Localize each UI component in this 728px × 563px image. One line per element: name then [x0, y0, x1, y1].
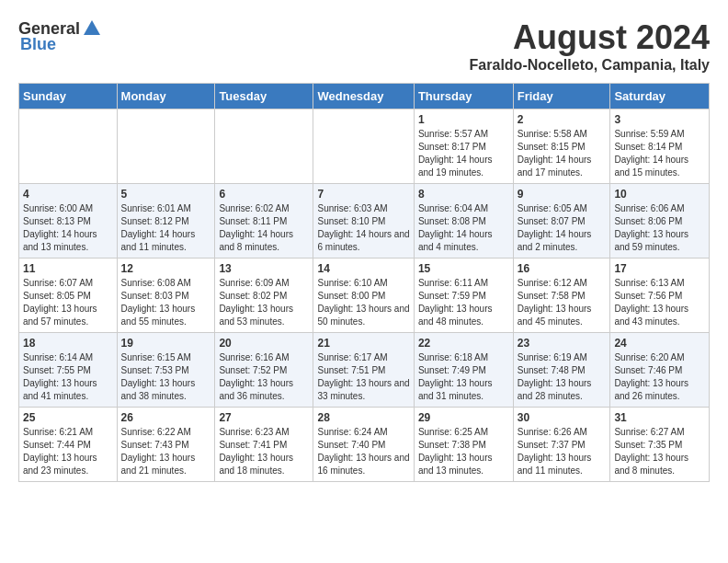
calendar-cell — [19, 109, 118, 184]
calendar-header: SundayMondayTuesdayWednesdayThursdayFrid… — [19, 84, 710, 109]
calendar-table: SundayMondayTuesdayWednesdayThursdayFrid… — [18, 83, 710, 482]
day-number: 15 — [418, 262, 509, 275]
day-info: Sunrise: 5:57 AM Sunset: 8:17 PM Dayligh… — [418, 128, 509, 179]
day-info: Sunrise: 6:22 AM Sunset: 7:43 PM Dayligh… — [121, 426, 211, 477]
day-info: Sunrise: 6:21 AM Sunset: 7:44 PM Dayligh… — [23, 426, 113, 477]
calendar-cell: 8Sunrise: 6:04 AM Sunset: 8:08 PM Daylig… — [414, 184, 513, 259]
day-number: 12 — [121, 262, 211, 275]
calendar-week-3: 11Sunrise: 6:07 AM Sunset: 8:05 PM Dayli… — [19, 259, 710, 333]
calendar-cell: 15Sunrise: 6:11 AM Sunset: 7:59 PM Dayli… — [414, 259, 513, 333]
logo-blue: Blue — [20, 35, 56, 54]
day-info: Sunrise: 6:07 AM Sunset: 8:05 PM Dayligh… — [23, 277, 113, 328]
day-header-wednesday: Wednesday — [313, 84, 414, 109]
day-info: Sunrise: 6:19 AM Sunset: 7:48 PM Dayligh… — [518, 351, 607, 403]
calendar-cell: 7Sunrise: 6:03 AM Sunset: 8:10 PM Daylig… — [313, 184, 414, 259]
svg-marker-0 — [84, 20, 100, 35]
day-header-tuesday: Tuesday — [215, 84, 313, 109]
day-info: Sunrise: 6:27 AM Sunset: 7:35 PM Dayligh… — [614, 426, 705, 477]
day-number: 11 — [23, 262, 113, 275]
calendar-cell: 19Sunrise: 6:15 AM Sunset: 7:53 PM Dayli… — [117, 333, 215, 408]
day-number: 27 — [219, 411, 309, 424]
day-info: Sunrise: 6:12 AM Sunset: 7:58 PM Dayligh… — [518, 277, 607, 328]
day-info: Sunrise: 6:00 AM Sunset: 8:13 PM Dayligh… — [23, 202, 113, 254]
calendar-cell: 17Sunrise: 6:13 AM Sunset: 7:56 PM Dayli… — [610, 259, 710, 333]
calendar-cell: 10Sunrise: 6:06 AM Sunset: 8:06 PM Dayli… — [610, 184, 710, 259]
day-header-sunday: Sunday — [19, 84, 118, 109]
day-number: 31 — [614, 411, 705, 424]
day-info: Sunrise: 6:23 AM Sunset: 7:41 PM Dayligh… — [219, 426, 309, 477]
day-info: Sunrise: 6:17 AM Sunset: 7:51 PM Dayligh… — [317, 351, 409, 403]
logo-icon — [82, 18, 102, 39]
day-info: Sunrise: 6:02 AM Sunset: 8:11 PM Dayligh… — [219, 202, 309, 254]
calendar-cell: 30Sunrise: 6:26 AM Sunset: 7:37 PM Dayli… — [513, 408, 610, 482]
day-info: Sunrise: 5:59 AM Sunset: 8:14 PM Dayligh… — [614, 128, 705, 179]
calendar-cell: 2Sunrise: 5:58 AM Sunset: 8:15 PM Daylig… — [513, 109, 610, 184]
day-info: Sunrise: 6:04 AM Sunset: 8:08 PM Dayligh… — [418, 202, 509, 254]
calendar-week-4: 18Sunrise: 6:14 AM Sunset: 7:55 PM Dayli… — [19, 333, 710, 408]
day-info: Sunrise: 6:10 AM Sunset: 8:00 PM Dayligh… — [317, 277, 409, 328]
day-info: Sunrise: 6:15 AM Sunset: 7:53 PM Dayligh… — [121, 351, 211, 403]
day-info: Sunrise: 6:20 AM Sunset: 7:46 PM Dayligh… — [614, 351, 705, 403]
days-header-row: SundayMondayTuesdayWednesdayThursdayFrid… — [19, 84, 710, 109]
location: Faraldo-Nocelleto, Campania, Italy — [470, 57, 710, 74]
day-info: Sunrise: 6:09 AM Sunset: 8:02 PM Dayligh… — [219, 277, 309, 328]
calendar-cell: 29Sunrise: 6:25 AM Sunset: 7:38 PM Dayli… — [414, 408, 513, 482]
day-number: 10 — [614, 188, 705, 201]
day-number: 28 — [317, 411, 409, 424]
day-number: 24 — [614, 337, 705, 350]
calendar-cell: 31Sunrise: 6:27 AM Sunset: 7:35 PM Dayli… — [610, 408, 710, 482]
day-header-monday: Monday — [117, 84, 215, 109]
calendar-cell: 14Sunrise: 6:10 AM Sunset: 8:00 PM Dayli… — [313, 259, 414, 333]
day-number: 5 — [121, 188, 211, 201]
calendar-cell: 13Sunrise: 6:09 AM Sunset: 8:02 PM Dayli… — [215, 259, 313, 333]
calendar-body: 1Sunrise: 5:57 AM Sunset: 8:17 PM Daylig… — [19, 109, 710, 482]
calendar-cell: 20Sunrise: 6:16 AM Sunset: 7:52 PM Dayli… — [215, 333, 313, 408]
day-number: 3 — [614, 113, 705, 126]
calendar-cell: 9Sunrise: 6:05 AM Sunset: 8:07 PM Daylig… — [513, 184, 610, 259]
day-header-friday: Friday — [513, 84, 610, 109]
day-info: Sunrise: 6:03 AM Sunset: 8:10 PM Dayligh… — [317, 202, 409, 254]
day-number: 2 — [518, 113, 607, 126]
calendar-cell: 4Sunrise: 6:00 AM Sunset: 8:13 PM Daylig… — [19, 184, 118, 259]
calendar-cell — [215, 109, 313, 184]
day-number: 22 — [418, 337, 509, 350]
calendar-cell: 25Sunrise: 6:21 AM Sunset: 7:44 PM Dayli… — [19, 408, 118, 482]
day-info: Sunrise: 5:58 AM Sunset: 8:15 PM Dayligh… — [518, 128, 607, 179]
calendar-week-2: 4Sunrise: 6:00 AM Sunset: 8:13 PM Daylig… — [19, 184, 710, 259]
calendar-cell: 18Sunrise: 6:14 AM Sunset: 7:55 PM Dayli… — [19, 333, 118, 408]
day-number: 6 — [219, 188, 309, 201]
calendar-cell: 11Sunrise: 6:07 AM Sunset: 8:05 PM Dayli… — [19, 259, 118, 333]
calendar-cell: 21Sunrise: 6:17 AM Sunset: 7:51 PM Dayli… — [313, 333, 414, 408]
day-info: Sunrise: 6:05 AM Sunset: 8:07 PM Dayligh… — [518, 202, 607, 254]
calendar-cell — [117, 109, 215, 184]
logo: General Blue — [18, 18, 102, 54]
day-number: 13 — [219, 262, 309, 275]
calendar-cell: 16Sunrise: 6:12 AM Sunset: 7:58 PM Dayli… — [513, 259, 610, 333]
day-info: Sunrise: 6:16 AM Sunset: 7:52 PM Dayligh… — [219, 351, 309, 403]
day-info: Sunrise: 6:14 AM Sunset: 7:55 PM Dayligh… — [23, 351, 113, 403]
day-number: 26 — [121, 411, 211, 424]
day-number: 9 — [518, 188, 607, 201]
day-number: 4 — [23, 188, 113, 201]
calendar-week-5: 25Sunrise: 6:21 AM Sunset: 7:44 PM Dayli… — [19, 408, 710, 482]
calendar-cell: 1Sunrise: 5:57 AM Sunset: 8:17 PM Daylig… — [414, 109, 513, 184]
day-info: Sunrise: 6:25 AM Sunset: 7:38 PM Dayligh… — [418, 426, 509, 477]
day-number: 8 — [418, 188, 509, 201]
calendar-week-1: 1Sunrise: 5:57 AM Sunset: 8:17 PM Daylig… — [19, 109, 710, 184]
day-number: 21 — [317, 337, 409, 350]
calendar-cell: 22Sunrise: 6:18 AM Sunset: 7:49 PM Dayli… — [414, 333, 513, 408]
calendar-cell: 26Sunrise: 6:22 AM Sunset: 7:43 PM Dayli… — [117, 408, 215, 482]
day-number: 30 — [518, 411, 607, 424]
day-info: Sunrise: 6:26 AM Sunset: 7:37 PM Dayligh… — [518, 426, 607, 477]
day-info: Sunrise: 6:01 AM Sunset: 8:12 PM Dayligh… — [121, 202, 211, 254]
calendar-cell: 27Sunrise: 6:23 AM Sunset: 7:41 PM Dayli… — [215, 408, 313, 482]
day-number: 17 — [614, 262, 705, 275]
day-info: Sunrise: 6:08 AM Sunset: 8:03 PM Dayligh… — [121, 277, 211, 328]
day-number: 14 — [317, 262, 409, 275]
day-info: Sunrise: 6:06 AM Sunset: 8:06 PM Dayligh… — [614, 202, 705, 254]
calendar-cell: 24Sunrise: 6:20 AM Sunset: 7:46 PM Dayli… — [610, 333, 710, 408]
day-number: 29 — [418, 411, 509, 424]
day-info: Sunrise: 6:18 AM Sunset: 7:49 PM Dayligh… — [418, 351, 509, 403]
calendar-cell: 3Sunrise: 5:59 AM Sunset: 8:14 PM Daylig… — [610, 109, 710, 184]
day-info: Sunrise: 6:13 AM Sunset: 7:56 PM Dayligh… — [614, 277, 705, 328]
